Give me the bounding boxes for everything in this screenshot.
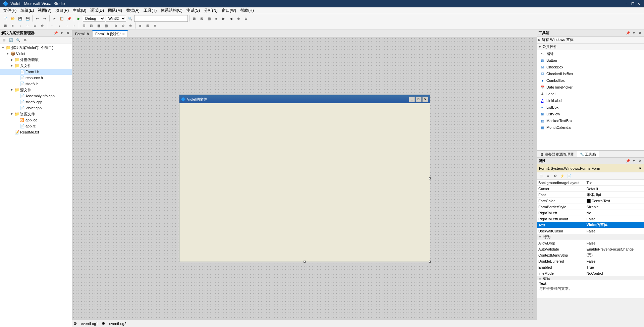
tb-misc1[interactable]: ⊞ xyxy=(191,15,198,22)
tb2-13[interactable]: ▦ xyxy=(95,22,102,29)
toolbox-item-pointer[interactable]: ↖ 指针 xyxy=(537,50,644,57)
tree-appico[interactable]: 🖼 app.ico xyxy=(0,117,72,123)
form-minimize-btn[interactable]: _ xyxy=(409,97,415,102)
tb2-14[interactable]: ▤ xyxy=(103,22,109,29)
toolbox-pin-button[interactable]: 📌 xyxy=(625,31,631,36)
tb-run[interactable]: ▶ xyxy=(75,15,82,22)
toolbox-item-datetimepicker[interactable]: 📅 DateTimePicker xyxy=(537,84,644,91)
toolbox-item-button[interactable]: ⊡ Button xyxy=(537,57,644,64)
tb-open[interactable]: 📂 xyxy=(9,15,16,22)
tree-readme[interactable]: 📝 ReadMe.txt xyxy=(0,129,72,135)
tb2-18[interactable]: ◈ xyxy=(137,22,144,29)
menu-analyze[interactable]: 分析(N) xyxy=(202,7,220,14)
solution-close-button[interactable]: ✕ xyxy=(65,31,70,36)
props-row-text[interactable]: Text Violet的窗体 xyxy=(537,222,644,228)
toolbox-item-monthcalendar[interactable]: ▦ MonthCalendar xyxy=(537,124,644,131)
tb-misc5[interactable]: ▶ xyxy=(220,15,227,22)
tb2-5[interactable]: ⊕ xyxy=(32,22,38,29)
menu-debug[interactable]: 调试(D) xyxy=(88,7,106,14)
props-tb-sort-alpha[interactable]: ⊞ xyxy=(538,173,544,179)
form-restore-btn[interactable]: □ xyxy=(416,97,422,102)
sol-tb-4[interactable]: ⊕ xyxy=(22,37,29,44)
props-pin-button[interactable]: 📌 xyxy=(625,158,631,164)
props-value-text[interactable]: Violet的窗体 xyxy=(585,222,644,228)
tb2-1[interactable]: ⊞ xyxy=(2,22,9,29)
sol-tb-1[interactable]: ⊞ xyxy=(1,37,7,44)
menu-file[interactable]: 文件(F) xyxy=(1,7,18,14)
menu-test[interactable]: 测试(S) xyxy=(184,7,202,14)
service-tab-server[interactable]: 🖥 服务器资源管理器 xyxy=(537,151,577,157)
props-section-form[interactable]: ▼ 窗体 xyxy=(537,276,644,280)
props-tb-event[interactable]: ⚡ xyxy=(559,173,566,179)
menu-arch[interactable]: 体系结构(C) xyxy=(159,7,184,14)
form-close-btn[interactable]: ✕ xyxy=(422,97,428,102)
sol-tb-2[interactable]: 🔄 xyxy=(8,37,14,44)
menu-help[interactable]: 帮助(H) xyxy=(238,7,256,14)
tb2-12[interactable]: ⊟ xyxy=(88,22,95,29)
tb-misc7[interactable]: ⊕ xyxy=(235,15,242,22)
solution-dropdown-button[interactable]: ▼ xyxy=(59,31,64,36)
tb-misc3[interactable]: ▤ xyxy=(206,15,212,22)
tb2-11[interactable]: ⊞ xyxy=(80,22,87,29)
toolbox-item-combobox[interactable]: ▾ ComboBox xyxy=(537,77,644,84)
properties-dropdown-icon[interactable]: ▼ xyxy=(638,166,642,170)
props-row-autovalidate[interactable]: AutoValidate EnablePreventFocusChange xyxy=(537,246,644,252)
menu-view[interactable]: 视图(V) xyxy=(36,7,53,14)
toolbox-close-button[interactable]: ✕ xyxy=(637,31,643,36)
props-section-behavior[interactable]: ▼ 行为 xyxy=(537,234,644,240)
tree-form1h[interactable]: 📄 Form1.h xyxy=(0,69,72,75)
solution-pin-button[interactable]: 📌 xyxy=(53,31,58,36)
toolbox-item-checkedlistbox[interactable]: ☑ CheckedListBox xyxy=(537,70,644,77)
menu-build[interactable]: 生成(B) xyxy=(71,7,88,14)
tree-external-deps[interactable]: ▶ 📁 外部依赖项 xyxy=(0,57,72,63)
toolbox-item-label[interactable]: A Label xyxy=(537,91,644,97)
tb-redo[interactable]: ↪ xyxy=(41,15,48,22)
form-window[interactable]: 🔷 Violet的窗体 _ □ ✕ xyxy=(179,95,430,262)
props-row-cursor[interactable]: Cursor Default xyxy=(537,186,644,192)
toolbox-item-listbox[interactable]: ≡ ListBox xyxy=(537,104,644,111)
resize-handle-bottom-right[interactable] xyxy=(429,261,431,263)
sol-tb-3[interactable]: 🔍 xyxy=(15,37,21,44)
props-row-font[interactable]: Font 宋体, 9pt xyxy=(537,192,644,198)
tb-debug-mode[interactable]: Debug Release xyxy=(83,15,105,22)
tb-misc6[interactable]: ◀ xyxy=(228,15,234,22)
tb-new[interactable]: 📄 xyxy=(2,15,9,22)
props-row-righttoleft[interactable]: RightToLeft No xyxy=(537,210,644,216)
tree-resourceh[interactable]: 📄 resource.h xyxy=(0,75,72,81)
props-row-righttoleftlayout[interactable]: RightToLeftLayout False xyxy=(537,216,644,222)
tb2-16[interactable]: ⊖ xyxy=(120,22,126,29)
tree-apprc[interactable]: 📄 app.rc xyxy=(0,123,72,129)
tree-violetcpp[interactable]: 📄 Violet.cpp xyxy=(0,105,72,111)
tb-undo[interactable]: ↩ xyxy=(34,15,41,22)
tb2-9[interactable]: ← xyxy=(63,22,70,29)
tree-assemblyinfo[interactable]: 📄 AssemblyInfo.cpp xyxy=(0,93,72,99)
toolbox-item-listview[interactable]: ⊞ ListView xyxy=(537,111,644,117)
design-canvas[interactable]: 🔷 Violet的窗体 _ □ ✕ xyxy=(72,37,537,320)
tb2-7[interactable]: ↑ xyxy=(49,22,55,29)
props-row-imemode[interactable]: ImeMode NoControl xyxy=(537,270,644,276)
tb2-19[interactable]: ⊞ xyxy=(144,22,151,29)
tb-save[interactable]: 💾 xyxy=(17,15,23,22)
props-dropdown-button[interactable]: ▼ xyxy=(631,158,637,164)
tb-copy[interactable]: 📋 xyxy=(58,15,65,22)
tb-misc2[interactable]: ⊠ xyxy=(198,15,205,22)
toolbox-item-checkbox[interactable]: ☑ CheckBox xyxy=(537,64,644,70)
tree-headers-folder[interactable]: ▼ 📁 头文件 xyxy=(0,63,72,69)
tab-form1h[interactable]: Form1.h xyxy=(72,30,92,37)
solution-root[interactable]: ▼ 📁 解决方案'Violet'(1 个项目) xyxy=(0,45,72,51)
tb-saveall[interactable]: 💾 xyxy=(24,15,31,22)
toolbox-item-linklabel[interactable]: A LinkLabel xyxy=(537,97,644,104)
tb-misc4[interactable]: ◈ xyxy=(213,15,220,22)
tb2-17[interactable]: ⊗ xyxy=(127,22,134,29)
tb2-3[interactable]: ↕ xyxy=(17,22,23,29)
toolbox-item-maskedtextbox[interactable]: ▤ MaskedTextBox xyxy=(537,117,644,124)
tb2-6[interactable]: ⊗ xyxy=(39,22,46,29)
tree-source-folder[interactable]: ▼ 📁 源文件 xyxy=(0,87,72,93)
resize-handle-bottom-center[interactable] xyxy=(304,261,306,263)
toolbox-section-common-header[interactable]: ▼ 公共控件 xyxy=(537,44,644,50)
props-row-backgroundimagelayout[interactable]: BackgroundImageLayout Tile xyxy=(537,180,644,186)
tb2-2[interactable]: ≡ xyxy=(9,22,16,29)
props-close-button[interactable]: ✕ xyxy=(637,158,643,164)
tb-cut[interactable]: ✂ xyxy=(51,15,58,22)
project-violet[interactable]: ▼ 📦 Violet xyxy=(0,51,72,57)
